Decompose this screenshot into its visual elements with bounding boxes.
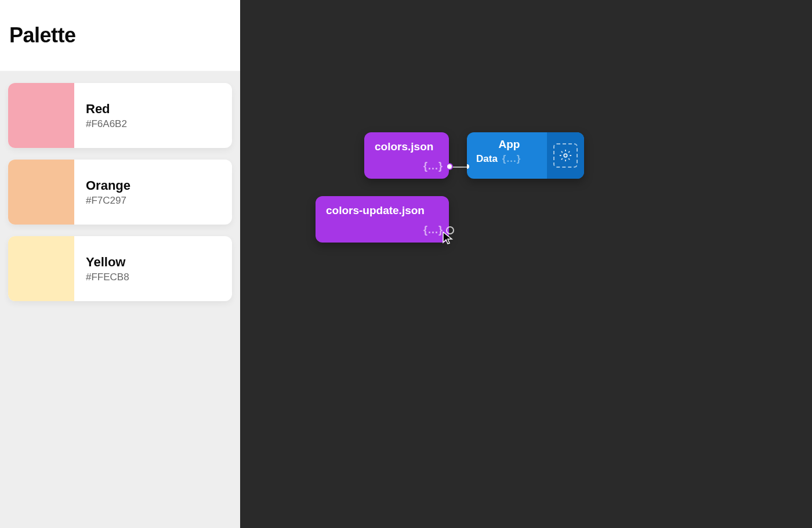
node-colors-update-json[interactable]: colors-update.json {...} [316, 196, 449, 243]
output-port[interactable] [446, 163, 453, 170]
data-input-label: Data [476, 153, 498, 165]
app-preview-slot[interactable] [547, 132, 584, 179]
palette-card-orange[interactable]: Orange #F7C297 [8, 160, 232, 225]
node-title: App [475, 138, 543, 151]
swatch-red [8, 83, 74, 148]
node-footer: {...} [316, 220, 449, 242]
palette-info: Red #F6A6B2 [74, 83, 139, 148]
node-canvas[interactable]: colors.json {...} colors-update.json {..… [240, 0, 812, 528]
palette-hex: #F7C297 [86, 195, 130, 207]
palette-hex: #FFECB8 [86, 272, 129, 283]
node-footer: {...} [364, 157, 449, 178]
palette-hex: #F6A6B2 [86, 118, 127, 130]
palette-info: Orange #F7C297 [74, 160, 142, 225]
palette-name: Orange [86, 178, 130, 194]
json-output-icon: {...} [423, 160, 443, 172]
json-output-icon: {...} [423, 224, 443, 236]
node-app[interactable]: App Data {...} [467, 132, 584, 179]
sidebar-title: Palette [9, 23, 229, 48]
palette-name: Red [86, 101, 127, 118]
sidebar-header: Palette [0, 0, 240, 71]
palette-card-red[interactable]: Red #F6A6B2 [8, 83, 232, 148]
node-colors-json[interactable]: colors.json {...} [364, 132, 449, 179]
node-title: colors.json [364, 132, 449, 157]
swatch-orange [8, 160, 74, 225]
app-data-row: Data {...} [475, 153, 543, 165]
node-title: colors-update.json [316, 196, 449, 220]
cursor-pointer-icon [442, 231, 455, 246]
palette-list: Red #F6A6B2 Orange #F7C297 Yellow #FFECB… [0, 71, 240, 313]
palette-info: Yellow #FFECB8 [74, 236, 141, 301]
swatch-yellow [8, 236, 74, 301]
app-node-body: App Data {...} [467, 132, 547, 179]
svg-point-0 [564, 154, 567, 157]
app-placeholder-icon [553, 143, 578, 168]
palette-sidebar: Palette Red #F6A6B2 Orange #F7C297 Yello… [0, 0, 240, 528]
gear-icon [559, 149, 572, 162]
input-port[interactable] [467, 163, 470, 170]
palette-card-yellow[interactable]: Yellow #FFECB8 [8, 236, 232, 301]
json-input-icon: {...} [502, 153, 521, 165]
palette-name: Yellow [86, 254, 129, 271]
